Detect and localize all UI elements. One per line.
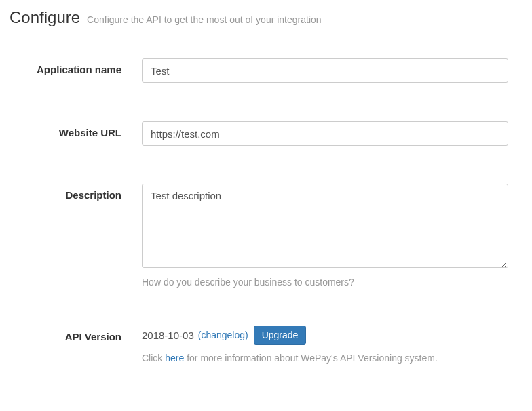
label-description: Description [65,189,121,201]
api-version-info: Click here for more information about We… [142,353,508,364]
application-name-input[interactable] [142,58,508,83]
row-application-name: Application name [10,39,522,102]
row-description: Description How do you describe your bus… [10,165,522,307]
description-textarea[interactable] [142,184,508,268]
page-title: Configure [10,8,80,27]
info-pre: Click [142,353,165,364]
page-header: Configure Configure the API to get the m… [0,0,532,39]
version-line: 2018-10-03 (changelog) Upgrade [142,326,508,345]
info-post: for more information about WePay's API V… [184,353,438,364]
info-here-link[interactable]: here [165,353,184,364]
website-url-input[interactable] [142,121,508,146]
label-api-version: API Version [65,331,121,342]
api-version-value: 2018-10-03 [142,330,194,341]
label-application-name: Application name [37,64,121,75]
changelog-link[interactable]: (changelog) [198,330,248,340]
upgrade-button[interactable]: Upgrade [254,326,307,345]
description-help-text: How do you describe your business to cus… [142,277,508,288]
row-api-version: API Version 2018-10-03 (changelog) Upgra… [10,307,522,383]
page-subtitle: Configure the API to get the most out of… [87,14,322,25]
row-website-url: Website URL [10,102,522,165]
label-website-url: Website URL [59,127,121,138]
configure-form: Application name Website URL Description… [0,39,532,383]
